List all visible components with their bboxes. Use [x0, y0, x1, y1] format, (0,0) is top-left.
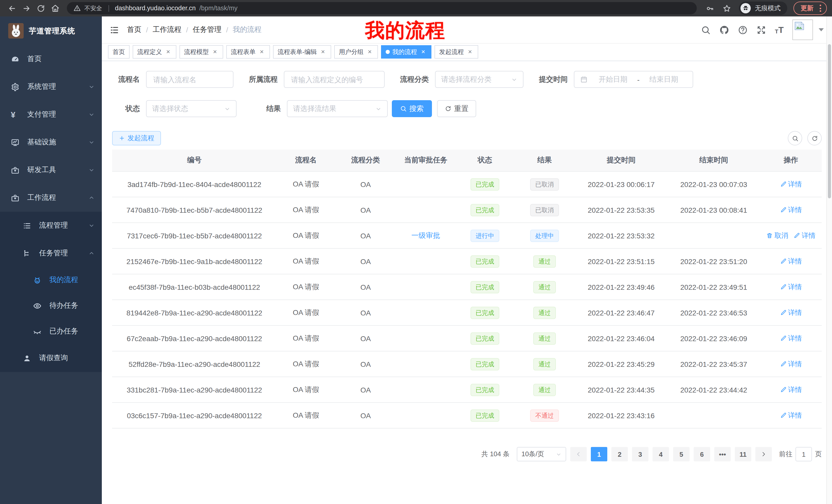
filter-row-1: 流程名 所属流程 流程分类 请选择流程分类 提交时间 开始日期 - 结束日期	[112, 71, 832, 88]
tab-close-icon[interactable]: ×	[319, 48, 327, 55]
sidebar-item-workflow[interactable]: 工作流程	[0, 184, 102, 212]
search-button[interactable]: 搜索	[392, 100, 432, 117]
page-button[interactable]: 3	[632, 447, 648, 461]
result-select[interactable]: 请选择流结果	[287, 100, 388, 117]
tab-process-form[interactable]: 流程表单×	[226, 45, 270, 59]
breadcrumb-home[interactable]: 首页	[127, 25, 141, 34]
browser-home-button[interactable]	[48, 2, 62, 15]
browser-back-button[interactable]	[5, 2, 19, 15]
status-tag: 已完成	[470, 358, 499, 370]
sidebar-item-my-process[interactable]: 我的流程	[0, 267, 102, 293]
font-size-icon[interactable]: TT	[775, 25, 784, 34]
page-ellipsis[interactable]: •••	[714, 447, 731, 461]
sidebar-item-done-tasks[interactable]: 已办任务	[0, 318, 102, 344]
current-task-link[interactable]: 一级审批	[411, 231, 440, 240]
help-icon[interactable]	[738, 25, 748, 35]
detail-link[interactable]: 详情	[780, 385, 802, 394]
row-submit-time: 2022-01-22 23:44:35	[588, 386, 655, 394]
avatar[interactable]	[792, 20, 813, 40]
tab-home[interactable]: 首页	[108, 45, 130, 59]
sidebar-toggle-icon[interactable]	[102, 25, 127, 35]
edit-icon	[780, 206, 786, 213]
detail-link[interactable]: 详情	[780, 334, 802, 343]
page-title-overlay: 我的流程	[365, 18, 445, 44]
key-icon[interactable]	[705, 4, 714, 12]
search-icon	[400, 105, 407, 112]
row-submit-time: 2022-01-22 23:49:46	[588, 283, 655, 291]
browser-menu-icon[interactable]	[818, 3, 823, 14]
detail-link[interactable]: 详情	[780, 282, 802, 291]
detail-link[interactable]: 详情	[780, 179, 802, 189]
table-row: 52ffd28e-7b9a-11ec-a290-acde48001122 OA …	[112, 352, 822, 377]
tab-close-icon[interactable]: ×	[420, 48, 427, 55]
detail-link[interactable]: 详情	[780, 308, 802, 317]
submit-time-range-picker[interactable]: 开始日期 - 结束日期	[574, 71, 693, 88]
scrollbar-thumb[interactable]	[828, 44, 831, 198]
sidebar-item-task-management[interactable]: 任务管理	[0, 240, 102, 267]
sidebar-item-label: 请假查询	[39, 354, 95, 363]
page-button[interactable]: 1	[591, 447, 607, 461]
row-end-time: 2022-01-23 00:08:41	[680, 206, 747, 214]
tab-close-icon[interactable]: ×	[164, 48, 172, 55]
tab-process-form-edit[interactable]: 流程表单-编辑×	[273, 45, 331, 59]
sidebar-item-payment[interactable]: ¥ 支付管理	[0, 101, 102, 129]
category-select[interactable]: 请选择流程分类	[435, 71, 523, 88]
github-icon[interactable]	[719, 25, 729, 35]
next-page-button[interactable]	[755, 447, 772, 461]
avatar-dropdown-icon[interactable]	[818, 28, 824, 31]
detail-link[interactable]: 详情	[794, 231, 815, 240]
tab-my-process[interactable]: 我的流程×	[381, 45, 432, 59]
row-category: OA	[361, 386, 371, 394]
status-tag: 已完成	[470, 332, 499, 344]
page-button[interactable]: 11	[735, 447, 751, 461]
sidebar-item-home[interactable]: 首页	[0, 45, 102, 73]
detail-link[interactable]: 详情	[780, 411, 802, 420]
tab-close-icon[interactable]: ×	[258, 48, 265, 55]
process-name-input[interactable]	[146, 71, 233, 88]
app-logo[interactable]: 芋道管理系统	[0, 17, 102, 45]
start-process-button[interactable]: 发起流程	[112, 131, 161, 145]
table-refresh-button[interactable]	[807, 131, 822, 145]
tab-close-icon[interactable]: ×	[211, 48, 218, 55]
tab-close-icon[interactable]: ×	[466, 48, 474, 55]
sidebar-item-process-management[interactable]: 流程管理	[0, 212, 102, 240]
chevron-down-icon	[88, 139, 95, 145]
chevron-down-icon	[88, 222, 95, 229]
detail-link[interactable]: 详情	[780, 205, 802, 215]
tab-start-process[interactable]: 发起流程×	[435, 45, 478, 59]
breadcrumb-task-management[interactable]: 任务管理	[193, 25, 222, 34]
sidebar-item-leave-query[interactable]: 请假查询	[0, 344, 102, 372]
detail-link[interactable]: 详情	[780, 257, 802, 266]
reset-button[interactable]: 重置	[437, 100, 476, 117]
address-bar[interactable]: 不安全 dashboard.yudao.iocoder.cn/bpm/task/…	[67, 2, 697, 15]
browser-forward-button[interactable]	[20, 2, 33, 15]
goto-page-input[interactable]	[796, 447, 812, 461]
search-icon[interactable]	[701, 25, 711, 35]
tab-process-model[interactable]: 流程模型×	[179, 45, 223, 59]
browser-reload-button[interactable]	[34, 2, 47, 15]
page-button[interactable]: 2	[612, 447, 628, 461]
end-date-placeholder: 结束日期	[641, 75, 687, 84]
tab-close-icon[interactable]: ×	[366, 48, 373, 55]
page-button[interactable]: 5	[673, 447, 690, 461]
sidebar-item-devtools[interactable]: 研发工具	[0, 156, 102, 184]
tab-user-group[interactable]: 用户分组×	[334, 45, 378, 59]
tab-process-definition[interactable]: 流程定义×	[133, 45, 176, 59]
breadcrumb-workflow[interactable]: 工作流程	[153, 25, 182, 34]
fullscreen-icon[interactable]	[756, 25, 766, 35]
definition-input[interactable]	[284, 71, 385, 88]
prev-page-button[interactable]	[570, 447, 587, 461]
select-placeholder: 请选择状态	[152, 104, 188, 113]
sidebar-item-todo-tasks[interactable]: 待办任务	[0, 293, 102, 318]
sidebar-item-infrastructure[interactable]: 基础设施	[0, 129, 102, 156]
bookmark-star-icon[interactable]	[723, 4, 731, 12]
detail-link[interactable]: 详情	[780, 359, 802, 369]
table-search-toggle-button[interactable]	[788, 131, 802, 145]
status-select[interactable]: 请选择状态	[146, 100, 237, 117]
page-button[interactable]: 4	[653, 447, 669, 461]
page-size-select[interactable]: 10条/页	[517, 447, 566, 461]
page-button[interactable]: 6	[694, 447, 710, 461]
sidebar-item-system[interactable]: 系统管理	[0, 73, 102, 101]
cancel-link[interactable]: 取消	[766, 231, 788, 240]
update-button[interactable]: 更新	[794, 2, 827, 15]
